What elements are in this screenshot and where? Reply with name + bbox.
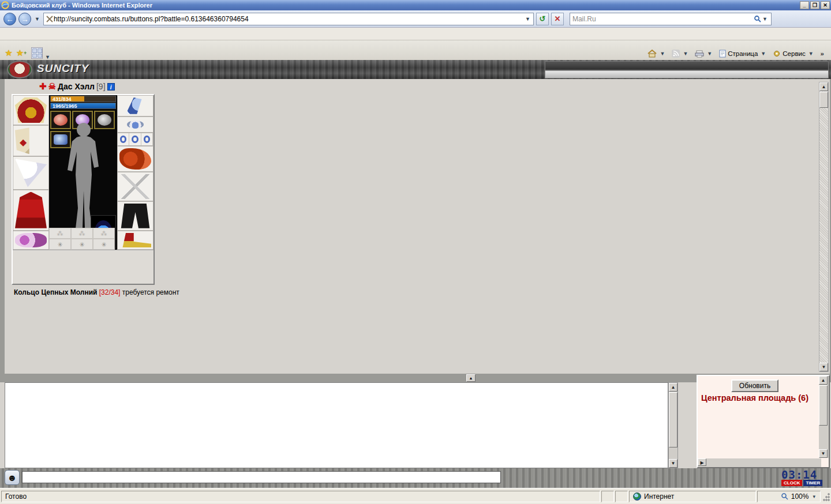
pants-item bbox=[119, 204, 151, 228]
belt-item bbox=[15, 233, 47, 247]
quick-tabs-dropdown-icon[interactable]: ▼ bbox=[44, 54, 51, 60]
address-input[interactable] bbox=[54, 15, 524, 23]
timer-label[interactable]: TIMER bbox=[803, 480, 822, 486]
ie-logo-icon bbox=[1, 1, 9, 9]
location-hscrollbar[interactable]: ◀ ▶ bbox=[698, 458, 821, 467]
back-button[interactable]: ← bbox=[3, 13, 16, 25]
location-scrollbar[interactable]: ▲ ▼ bbox=[819, 376, 829, 458]
page-menu[interactable]: Страница▼ bbox=[719, 50, 767, 58]
character-figure-area: 431/834 1965/1965 ⁂⁂⁂ ✳✳✳ bbox=[49, 95, 117, 250]
location-title: Центральная площадь (6) bbox=[699, 393, 811, 403]
window-title: Бойцовский клуб - Windows Internet Explo… bbox=[12, 2, 152, 9]
amulet-item bbox=[127, 121, 144, 129]
clan-cross-icon: ✚ bbox=[39, 81, 47, 92]
slot-amulet[interactable] bbox=[117, 116, 154, 133]
location-scroll-thumb[interactable] bbox=[819, 385, 828, 426]
refresh-location-button[interactable]: Обновить bbox=[731, 379, 778, 392]
tools-menu[interactable]: Сервис▼ bbox=[773, 50, 814, 58]
rss-icon bbox=[672, 50, 680, 58]
favorites-star-icon[interactable]: ★ bbox=[2, 46, 15, 60]
chat-input-bar: ☻ 03:14 CLOCK TIMER bbox=[0, 468, 831, 488]
ring-item bbox=[129, 133, 141, 145]
chat-collapse-icon[interactable]: ▲ bbox=[466, 374, 476, 382]
shield-item bbox=[15, 127, 47, 154]
chat-face-button[interactable]: ☻ bbox=[5, 470, 20, 485]
page-menu-label: Страница bbox=[728, 50, 758, 57]
history-dropdown-icon[interactable]: ▼ bbox=[33, 16, 41, 22]
refresh-button[interactable]: ↺ bbox=[536, 13, 549, 25]
zoom-control[interactable]: 100% ▾ bbox=[757, 491, 821, 502]
page-favicon-swords-icon bbox=[46, 15, 54, 23]
chat-scroll-thumb[interactable] bbox=[669, 392, 677, 447]
game-clock: 03:14 CLOCK TIMER bbox=[781, 469, 826, 487]
empty-slot[interactable]: ⁂ bbox=[71, 228, 93, 239]
slot-rings[interactable] bbox=[117, 133, 154, 146]
minimize-button[interactable]: _ bbox=[800, 1, 809, 9]
empty-slot[interactable]: ⁂ bbox=[49, 228, 71, 239]
item-status-name: Кольцо Цепных Молний bbox=[14, 288, 97, 296]
search-box[interactable]: Mail.Ru ▼ bbox=[570, 13, 772, 25]
clock-label[interactable]: CLOCK bbox=[781, 480, 802, 486]
robe-item bbox=[15, 192, 47, 228]
content-scrollbar[interactable]: ▲ ▼ bbox=[819, 82, 829, 372]
character-header: ✚ ☠ Дас Хэлл [9] i bbox=[39, 81, 115, 92]
print-button[interactable]: ▼ bbox=[695, 50, 713, 58]
add-favorite-icon[interactable]: ★+ bbox=[15, 46, 28, 60]
hp-bar: 431/834 bbox=[50, 96, 116, 102]
empty-slot[interactable]: ⁂ bbox=[93, 228, 115, 239]
battle-error-message bbox=[289, 82, 822, 371]
character-level: [9] bbox=[96, 82, 106, 91]
close-button[interactable]: ✕ bbox=[821, 1, 830, 9]
scroll-inventory bbox=[13, 250, 154, 284]
scroll-down-icon[interactable]: ▼ bbox=[819, 363, 828, 371]
stop-button[interactable]: ✕ bbox=[551, 13, 564, 25]
slot-dagger[interactable] bbox=[117, 95, 154, 116]
slot-boots[interactable] bbox=[117, 231, 154, 250]
resize-grip[interactable] bbox=[822, 491, 830, 502]
empty-slot-grid: ⁂⁂⁂ ✳✳✳ bbox=[49, 228, 118, 250]
gloves-item bbox=[119, 148, 151, 170]
feeds-button[interactable]: ▼ bbox=[672, 50, 689, 58]
scroll-up-icon[interactable]: ▲ bbox=[819, 82, 828, 91]
character-info-icon[interactable]: i bbox=[107, 83, 115, 91]
chat-scroll-down-icon[interactable]: ▼ bbox=[669, 459, 677, 468]
search-dropdown-icon[interactable]: ▼ bbox=[761, 16, 769, 22]
location-scroll-right-icon[interactable]: ▶ bbox=[698, 458, 706, 466]
status-text: Готово bbox=[5, 492, 27, 501]
empty-slot[interactable]: ✳ bbox=[49, 239, 71, 250]
zoom-magnifier-icon bbox=[781, 492, 788, 500]
home-button[interactable]: ▼ bbox=[647, 50, 666, 58]
quick-tabs-icon[interactable] bbox=[31, 47, 43, 59]
slot-robe[interactable] bbox=[13, 190, 49, 231]
ring-item bbox=[118, 133, 129, 145]
zoom-level: 100% bbox=[791, 492, 809, 501]
location-scroll-down-icon[interactable]: ▼ bbox=[819, 449, 828, 458]
slot-pants[interactable] bbox=[117, 201, 154, 231]
game-content: ✚ ☠ Дас Хэлл [9] i 431/834 1965/1965 bbox=[0, 79, 831, 374]
slot-belt[interactable] bbox=[13, 231, 49, 250]
slot-shield[interactable] bbox=[13, 125, 49, 156]
character-name[interactable]: Дас Хэлл bbox=[58, 82, 95, 91]
chat-scrollbar[interactable]: ▲ ▼ bbox=[668, 382, 678, 468]
forward-button[interactable]: → bbox=[18, 13, 31, 25]
slot-swords[interactable] bbox=[117, 172, 154, 201]
slot-weapon-wing[interactable] bbox=[13, 156, 49, 189]
printer-icon bbox=[695, 50, 704, 58]
chat-scroll-up-icon[interactable]: ▲ bbox=[669, 383, 677, 392]
zoom-dropdown-icon[interactable]: ▾ bbox=[811, 494, 817, 499]
search-icon[interactable] bbox=[754, 15, 761, 22]
chat-input[interactable] bbox=[22, 471, 501, 483]
suncity-emblem-icon bbox=[7, 61, 32, 78]
slot-helmet[interactable] bbox=[13, 95, 49, 125]
location-scroll-up-icon[interactable]: ▲ bbox=[819, 376, 828, 385]
search-placeholder: Mail.Ru bbox=[572, 15, 754, 23]
overflow-chevron-icon[interactable]: » bbox=[821, 50, 824, 57]
slot-gloves[interactable] bbox=[117, 146, 154, 172]
restore-button[interactable]: ❐ bbox=[810, 1, 819, 9]
scroll-thumb[interactable] bbox=[819, 92, 828, 108]
address-dropdown-icon[interactable]: ▼ bbox=[524, 16, 531, 22]
status-bar: Готово Интернет 100% ▾ bbox=[0, 488, 831, 504]
empty-slot[interactable]: ✳ bbox=[71, 239, 93, 250]
empty-slot[interactable]: ✳ bbox=[93, 239, 115, 250]
helmet-item bbox=[15, 97, 47, 123]
